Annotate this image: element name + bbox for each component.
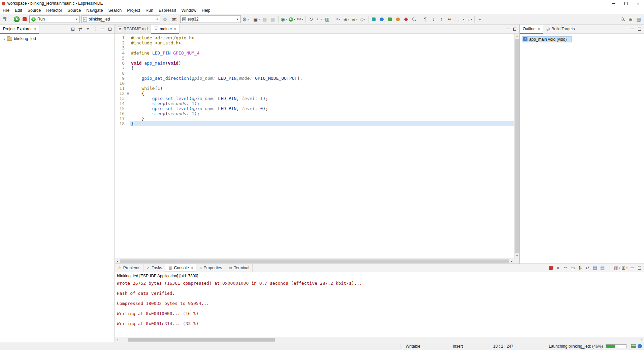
tab-terminal[interactable]: ▭Terminal (225, 264, 253, 272)
console-horizontal-scrollbar[interactable]: ◂ ▸ (115, 337, 644, 342)
sdk-config-icon[interactable] (394, 15, 402, 23)
rocket-icon[interactable] (402, 15, 410, 23)
tab-properties[interactable]: ≡Properties (196, 264, 225, 272)
menu-item-refactor[interactable]: Refactor (43, 7, 65, 14)
maximize-panel-icon[interactable] (107, 26, 113, 32)
combo-dropdown-icon[interactable] (235, 16, 240, 23)
minimize-panel-icon[interactable] (504, 26, 511, 32)
code-line[interactable]: 2#include <unistd.h> (115, 40, 514, 45)
progress-monitor-icon[interactable] (631, 344, 636, 348)
open-console-icon[interactable]: ⊞▾ (621, 265, 628, 271)
code-line[interactable]: 7{ (115, 66, 514, 71)
new-project-icon[interactable]: ⊟▾ (351, 15, 359, 23)
code-line[interactable]: 11 while(1) (115, 86, 514, 91)
collapse-fold-icon[interactable] (127, 67, 129, 69)
code-line[interactable]: 16 sleep(seconds: 1); (115, 111, 514, 116)
combo-dropdown-icon[interactable] (154, 16, 160, 23)
close-window-button[interactable]: × (632, 0, 644, 7)
expander-icon[interactable]: › (2, 36, 7, 41)
code-line[interactable]: 18} (115, 121, 514, 126)
maximize-panel-icon[interactable] (636, 26, 643, 32)
edit-launch-config-gear-icon[interactable]: ⚙ (161, 15, 169, 23)
pin-console-icon[interactable]: + (607, 265, 613, 271)
last-edit-location-icon[interactable]: ↩ (446, 15, 454, 23)
tab-tasks[interactable]: ✓Tasks (143, 264, 165, 272)
edit-target-gear-icon[interactable]: ⚙▾ (242, 15, 250, 23)
code-line[interactable]: 10 (115, 81, 514, 86)
menu-item-run[interactable]: Run (143, 7, 156, 14)
code-line[interactable]: 14 sleep(seconds: 1); (115, 101, 514, 106)
minimize-panel-icon[interactable] (629, 265, 635, 271)
open-element-icon[interactable]: ◇▾ (359, 15, 367, 23)
show-on-stderr-icon[interactable]: ▤ (599, 265, 606, 271)
save-icon[interactable]: ▦ (261, 15, 269, 23)
show-on-stdout-icon[interactable]: ▤ (592, 265, 598, 271)
collapse-all-icon[interactable]: ⊟ (70, 26, 76, 32)
tab-console[interactable]: ▥Console× (165, 264, 196, 272)
run-button[interactable] (12, 15, 21, 23)
tab-build-targets[interactable]: ◎Build Targets (543, 25, 578, 33)
mark-occurrences-icon[interactable]: ¶ (421, 15, 429, 23)
menu-item-source[interactable]: Source (25, 7, 44, 14)
run-launch-icon[interactable]: ▾ (288, 15, 296, 23)
refresh-icon[interactable]: ↻ (307, 15, 315, 23)
menu-item-espressif[interactable]: Espressif (156, 7, 179, 14)
heap-trace-icon[interactable] (386, 15, 394, 23)
build-hammer-icon[interactable] (1, 15, 9, 23)
link-with-editor-icon[interactable]: ⇄ (77, 26, 84, 32)
word-wrap-icon[interactable]: ↵ (584, 265, 591, 271)
clear-console-icon[interactable]: ▭ (570, 265, 576, 271)
new-c-file-icon[interactable]: C▾ (334, 15, 343, 23)
view-menu-icon[interactable]: ⋮ (92, 26, 98, 32)
back-icon[interactable]: ←▾ (457, 15, 465, 23)
scrollbar-thumb[interactable] (515, 39, 519, 253)
code-line[interactable]: 4#define LED_PIN GPIO_NUM_4 (115, 50, 514, 56)
combo-dropdown-icon[interactable] (74, 16, 79, 23)
terminal-launch-icon[interactable]: >_▾ (315, 15, 323, 23)
forward-icon[interactable]: →▾ (465, 15, 473, 23)
editor-tab-README.md[interactable]: MREADME.md (115, 25, 151, 33)
scroll-left-icon[interactable]: ◂ (115, 338, 120, 341)
save-all-icon[interactable]: ▩ (269, 15, 277, 23)
pin-editor-icon[interactable]: + (476, 15, 484, 23)
menu-item-edit[interactable]: Edit (12, 7, 25, 14)
editor-horizontal-scrollbar[interactable]: ◂ ▸ (115, 258, 514, 264)
stop-button[interactable] (21, 15, 29, 23)
scroll-right-icon[interactable]: ▸ (509, 260, 514, 263)
menu-item-source-2[interactable]: Source (65, 7, 84, 14)
tab-outline[interactable]: Outline× (520, 25, 543, 33)
notifications-icon[interactable]: i (638, 344, 642, 348)
scroll-lock-icon[interactable]: ⇅ (577, 265, 583, 271)
previous-annotation-icon[interactable]: ↑ (438, 15, 446, 23)
code-line[interactable]: 5 (115, 56, 514, 61)
launch-config-combo[interactable]: c blinking_led (81, 15, 160, 23)
filter-icon[interactable] (85, 26, 91, 32)
minimize-panel-icon[interactable] (99, 26, 106, 32)
launch-mode-combo[interactable]: Run (29, 15, 80, 23)
menu-item-project[interactable]: Project (124, 7, 143, 14)
code-content[interactable]: 1#include <driver/gpio.h>2#include <unis… (115, 34, 514, 258)
code-editor[interactable]: 1#include <driver/gpio.h>2#include <unis… (115, 34, 519, 264)
scroll-up-icon[interactable]: ▴ (515, 34, 519, 39)
editor-tab-main.c[interactable]: cmain.c× (151, 25, 179, 33)
close-icon[interactable]: × (538, 27, 540, 31)
maximize-panel-icon[interactable] (512, 26, 518, 32)
code-line[interactable]: 6void app_main(void) (115, 61, 514, 66)
menu-item-navigate[interactable]: Navigate (84, 7, 105, 14)
next-annotation-icon[interactable]: ↓ (429, 15, 438, 23)
new-folder-icon[interactable]: ⊞▾ (343, 15, 351, 23)
code-line[interactable]: 12 { (115, 91, 514, 96)
scrollbar-thumb[interactable] (128, 338, 275, 342)
collapse-fold-icon[interactable] (127, 92, 129, 95)
menu-item-file[interactable]: File (0, 7, 12, 14)
scrollbar-thumb[interactable] (120, 259, 509, 263)
terminate-icon[interactable] (547, 265, 554, 271)
menu-item-help[interactable]: Help (199, 7, 213, 14)
zoom-tool-icon[interactable] (410, 15, 418, 23)
close-icon[interactable]: × (174, 27, 176, 31)
serial-monitor-icon[interactable] (378, 15, 386, 23)
open-perspective-icon[interactable]: ⊞ (626, 15, 635, 23)
launch-target-combo[interactable]: esp32 (180, 15, 241, 23)
new-wizard-icon[interactable]: ▣▾ (253, 15, 261, 23)
editor-vertical-scrollbar[interactable]: ▴ ▾ (514, 34, 519, 258)
